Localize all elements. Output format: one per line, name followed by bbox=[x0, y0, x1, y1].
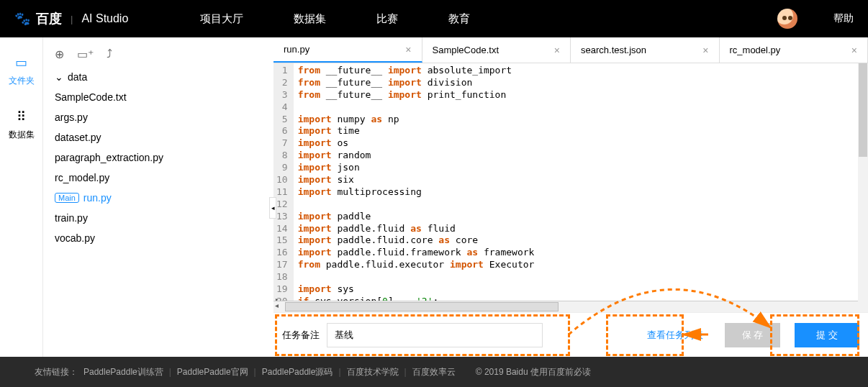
nav-projects[interactable]: 项目大厅 bbox=[200, 12, 243, 26]
new-folder-icon[interactable]: ▭⁺ bbox=[77, 47, 94, 61]
close-icon[interactable]: × bbox=[405, 44, 411, 55]
rail-dataset[interactable]: ⠿ 数据集 bbox=[9, 109, 35, 141]
horizontal-scrollbar[interactable] bbox=[273, 301, 868, 312]
footer-copyright: © 2019 Baidu 使用百度前必读 bbox=[476, 366, 591, 378]
file-args[interactable]: args.py bbox=[43, 107, 273, 127]
close-icon[interactable]: × bbox=[554, 45, 560, 56]
main: ▭ 文件夹 ⠿ 数据集 ⊕ ▭⁺ ⤴ ⌄ data SampleCode.txt… bbox=[0, 37, 868, 357]
logo-studio: AI Studio bbox=[81, 12, 128, 25]
file-samplecode[interactable]: SampleCode.txt bbox=[43, 87, 273, 107]
rail-dataset-label: 数据集 bbox=[9, 129, 35, 141]
footer-link[interactable]: 百度技术学院 bbox=[347, 366, 399, 378]
code-area[interactable]: 123456789101112131415161718192021222324 … bbox=[273, 63, 868, 301]
footer-link[interactable]: PaddlePaddle训练营 bbox=[83, 366, 163, 378]
file-run[interactable]: Main run.py bbox=[43, 188, 273, 208]
file-paragraph[interactable]: paragraph_extraction.py bbox=[43, 147, 273, 168]
nav-competitions[interactable]: 比赛 bbox=[376, 12, 398, 26]
logo-divider: | bbox=[71, 14, 73, 24]
editor-tabs: run.py× SampleCode.txt× search.test.json… bbox=[273, 37, 868, 63]
file-dataset[interactable]: dataset.py bbox=[43, 127, 273, 147]
help-link[interactable]: 帮助 bbox=[833, 12, 854, 25]
close-icon[interactable]: × bbox=[702, 45, 708, 56]
footer-link[interactable]: PaddlePaddle官网 bbox=[177, 366, 248, 378]
chevron-down-icon: ⌄ bbox=[55, 71, 63, 83]
footer-label: 友情链接： bbox=[35, 366, 78, 378]
remark-label: 任务备注 bbox=[282, 329, 320, 342]
collapse-sidebar-handle[interactable]: ◂ bbox=[269, 197, 276, 219]
nav-datasets[interactable]: 数据集 bbox=[294, 12, 326, 26]
tab-search[interactable]: search.test.json× bbox=[571, 37, 720, 63]
upload-icon[interactable]: ⤴ bbox=[107, 47, 112, 61]
nav: 项目大厅 数据集 比赛 教育 bbox=[200, 12, 777, 26]
file-vocab[interactable]: vocab.py bbox=[43, 228, 273, 248]
file-rcmodel[interactable]: rc_model.py bbox=[43, 168, 273, 188]
remark-zone: 任务备注 bbox=[282, 323, 543, 347]
rail-files-label: 文件夹 bbox=[9, 75, 35, 87]
scrollbar-thumb[interactable] bbox=[285, 302, 559, 311]
view-tasks-link[interactable]: 查看任务列表 bbox=[647, 329, 703, 342]
save-button[interactable]: 保 存 bbox=[725, 323, 781, 347]
remark-input[interactable] bbox=[327, 323, 543, 347]
bottom-bar: 任务备注 查看任务列表 保 存 提 交 bbox=[273, 312, 868, 357]
logo[interactable]: 🐾 百度 | AI Studio bbox=[14, 10, 128, 27]
close-icon[interactable]: × bbox=[851, 45, 857, 56]
top-bar: 🐾 百度 | AI Studio 项目大厅 数据集 比赛 教育 帮助 bbox=[0, 0, 868, 37]
avatar[interactable] bbox=[777, 9, 797, 29]
nav-education[interactable]: 教育 bbox=[448, 12, 470, 26]
vertical-scrollbar[interactable] bbox=[858, 63, 868, 311]
dataset-icon: ⠿ bbox=[17, 109, 26, 124]
footer-link[interactable]: PaddlePaddle源码 bbox=[262, 366, 333, 378]
main-badge: Main bbox=[55, 193, 79, 203]
gutter: 123456789101112131415161718192021222324 bbox=[273, 63, 294, 301]
submit-button[interactable]: 提 交 bbox=[795, 323, 859, 347]
file-toolbar: ⊕ ▭⁺ ⤴ bbox=[43, 45, 273, 67]
tab-run[interactable]: run.py× bbox=[273, 37, 422, 63]
file-tree: ⊕ ▭⁺ ⤴ ⌄ data SampleCode.txt args.py dat… bbox=[43, 37, 273, 357]
tab-samplecode[interactable]: SampleCode.txt× bbox=[422, 37, 571, 63]
baidu-paw-icon: 🐾 bbox=[14, 11, 30, 27]
rail-files[interactable]: ▭ 文件夹 bbox=[9, 55, 35, 87]
scrollbar-thumb[interactable] bbox=[859, 63, 867, 157]
footer-link[interactable]: 百度效率云 bbox=[412, 366, 456, 378]
file-train[interactable]: train.py bbox=[43, 208, 273, 228]
folder-icon: ▭ bbox=[15, 55, 27, 70]
logo-baidu: 百度 bbox=[36, 10, 62, 27]
editor: ◂ run.py× SampleCode.txt× search.test.js… bbox=[273, 37, 868, 357]
code-body[interactable]: from __future__ import absolute_importfr… bbox=[294, 63, 868, 301]
footer: 友情链接： PaddlePaddle训练营| PaddlePaddle官网| P… bbox=[0, 357, 868, 387]
tab-rcmodel[interactable]: rc_model.py× bbox=[720, 37, 869, 63]
folder-data[interactable]: ⌄ data bbox=[43, 67, 273, 87]
folder-label: data bbox=[68, 71, 87, 83]
left-rail: ▭ 文件夹 ⠿ 数据集 bbox=[0, 37, 43, 357]
new-file-icon[interactable]: ⊕ bbox=[55, 47, 64, 61]
